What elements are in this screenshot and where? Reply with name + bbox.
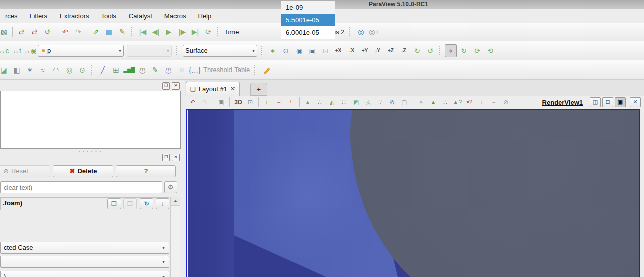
select-block-icon[interactable]: ◩: [350, 97, 362, 107]
plot-data-icon[interactable]: ✎: [149, 63, 161, 77]
menu-help[interactable]: Help: [193, 10, 216, 22]
view-plus-y-icon[interactable]: +Y: [359, 44, 371, 57]
adjust-camera-icon[interactable]: ↻: [458, 44, 470, 57]
camera-roll-ccw-icon[interactable]: ⟲: [484, 44, 496, 57]
redo-icon[interactable]: ↷: [72, 25, 84, 38]
contour-icon[interactable]: ◎: [63, 63, 75, 77]
case-type-combo[interactable]: cted Case ▾: [0, 242, 169, 254]
threshold-table-button[interactable]: Threshold Table: [203, 66, 250, 74]
time-option[interactable]: 1e-09: [281, 1, 335, 14]
stream-tracer-icon[interactable]: ≈: [37, 63, 49, 77]
camera-undo-icon[interactable]: ↶: [187, 97, 198, 107]
extract-time-steps-icon[interactable]: ❄: [175, 63, 188, 77]
select-points-through-icon[interactable]: ∷: [338, 97, 349, 107]
reset-button[interactable]: ⊘Reset: [0, 165, 50, 177]
color-palette-icon[interactable]: ✎: [116, 25, 128, 38]
apply-down-button[interactable]: ↓: [156, 198, 169, 209]
select-points-polygon-icon[interactable]: ∴: [440, 97, 451, 107]
zoom-to-data-icon[interactable]: ⊙: [280, 44, 292, 57]
time-option[interactable]: 6.0001e-05: [281, 26, 335, 39]
hover-cells-icon[interactable]: ▢: [399, 97, 410, 107]
slice-icon[interactable]: ◧: [11, 63, 23, 77]
warp-vector-icon[interactable]: ◠: [50, 63, 62, 77]
zoom-to-box-icon[interactable]: ⊡: [319, 44, 331, 57]
pick-center-icon[interactable]: ⌖: [416, 97, 427, 107]
zoom-to-data-over-time-icon[interactable]: ◎: [355, 25, 367, 38]
interactive-select-points-icon[interactable]: ∵: [375, 97, 386, 107]
render-viewport[interactable]: [186, 109, 640, 277]
reset-session-icon[interactable]: ↺: [41, 25, 53, 38]
glyph-icon[interactable]: ✶: [24, 63, 36, 77]
histogram-icon[interactable]: ▂▅▇: [123, 63, 135, 77]
partial-toolbar-icon[interactable]: ▧: [0, 25, 10, 38]
previous-frame-icon[interactable]: ◀|: [150, 25, 162, 38]
extract-selection-icon[interactable]: ⊞: [110, 63, 122, 77]
rotate-90-cw-icon[interactable]: ↻: [411, 44, 423, 57]
dock-splitter[interactable]: • • • • • •: [0, 150, 181, 152]
plot-selection-over-time-icon[interactable]: ◴: [162, 63, 174, 77]
reset-camera-icon[interactable]: ∗: [267, 44, 279, 57]
delete-button[interactable]: ✖Delete: [53, 165, 113, 177]
zoom-out-selection-icon[interactable]: −: [273, 97, 284, 107]
reset-zoom-selection-icon[interactable]: ±: [285, 97, 297, 107]
last-frame-icon[interactable]: ▶|: [189, 25, 201, 38]
play-icon[interactable]: ▶: [163, 25, 175, 38]
properties-close-button[interactable]: ✕: [172, 154, 180, 161]
select-cells-on-icon[interactable]: ▲: [302, 97, 313, 107]
pipeline-browser-list[interactable]: [0, 91, 181, 149]
menu-extractors[interactable]: Extractors: [54, 10, 94, 22]
connect-server-icon[interactable]: ⇄: [15, 25, 27, 38]
view-minus-z-icon[interactable]: -Z: [398, 44, 410, 57]
reset-camera-closest-icon[interactable]: ▣: [306, 44, 318, 57]
cell-arrays-combo[interactable]: ) ▾: [0, 271, 169, 277]
split-horizontal-button[interactable]: ◫: [590, 97, 601, 107]
help-button[interactable]: ?: [116, 165, 176, 177]
properties-scrollbar[interactable]: ▲: [170, 197, 180, 277]
clip-icon[interactable]: ◪: [0, 63, 10, 77]
mesh-regions-combo[interactable]: ▾: [0, 256, 169, 268]
zoom-in-selection-icon[interactable]: +: [261, 97, 272, 107]
rescale-to-visible-range-icon[interactable]: ↔◉: [24, 44, 36, 57]
camera-redo-icon[interactable]: ↷: [199, 97, 210, 107]
query-cells-icon[interactable]: ▲?: [452, 97, 463, 107]
view-minus-x-icon[interactable]: -X: [345, 44, 358, 57]
rescale-to-data-range-icon[interactable]: ↔c: [0, 44, 10, 57]
record-animation-icon[interactable]: ◎+: [368, 25, 380, 38]
threshold-icon[interactable]: ⊙: [76, 63, 88, 77]
query-points-icon[interactable]: •?: [464, 97, 475, 107]
pipeline-close-button[interactable]: ✕: [172, 82, 180, 90]
search-options-button[interactable]: ⚙: [164, 181, 177, 193]
select-cells-through-icon[interactable]: ◭: [326, 97, 337, 107]
view-plus-z-icon[interactable]: +Z: [385, 44, 397, 57]
refresh-button[interactable]: ↻: [140, 198, 153, 209]
color-by-combo[interactable]: p▾: [38, 45, 124, 57]
disconnect-server-icon[interactable]: ⇄: [28, 25, 40, 38]
interactive-select-cells-icon[interactable]: ◬: [363, 97, 374, 107]
representation-combo[interactable]: Surface▾: [183, 45, 257, 57]
next-frame-icon[interactable]: |▶: [176, 25, 188, 38]
time-option[interactable]: 5.5001e-05: [281, 14, 335, 26]
loop-icon[interactable]: ⟳: [202, 25, 214, 38]
camera-roll-cw-icon[interactable]: ⟳: [471, 44, 483, 57]
rescale-to-custom-range-icon[interactable]: ↔t: [11, 44, 23, 57]
scroll-up-icon[interactable]: ▲: [171, 197, 180, 206]
split-vertical-button[interactable]: ⊟: [602, 97, 613, 107]
clear-selection-icon[interactable]: ⊘: [500, 97, 511, 107]
select-cells-polygon-icon[interactable]: ▲: [428, 97, 439, 107]
first-frame-icon[interactable]: |◀: [137, 25, 149, 38]
plot-over-line-icon[interactable]: ╱: [97, 63, 109, 77]
undo-icon[interactable]: ↶: [59, 25, 71, 38]
zoom-to-box-icon[interactable]: ⊡: [245, 97, 256, 107]
programmable-filter-icon[interactable]: {…}: [189, 63, 201, 77]
menu-macros[interactable]: Macros: [159, 10, 191, 22]
component-combo[interactable]: ▾: [127, 45, 172, 57]
grow-selection-icon[interactable]: +: [476, 97, 487, 107]
menu-filters[interactable]: Filters: [25, 10, 52, 22]
view-minus-y-icon[interactable]: -Y: [372, 44, 384, 57]
new-layout-tab-button[interactable]: +: [250, 83, 267, 96]
copy-properties-button[interactable]: ❐: [107, 198, 121, 209]
view-plus-x-icon[interactable]: +X: [332, 44, 344, 57]
shrink-selection-icon[interactable]: −: [488, 97, 499, 107]
menu-catalyst[interactable]: Catalyst: [124, 10, 157, 22]
maximize-view-button[interactable]: ▣: [615, 97, 626, 107]
